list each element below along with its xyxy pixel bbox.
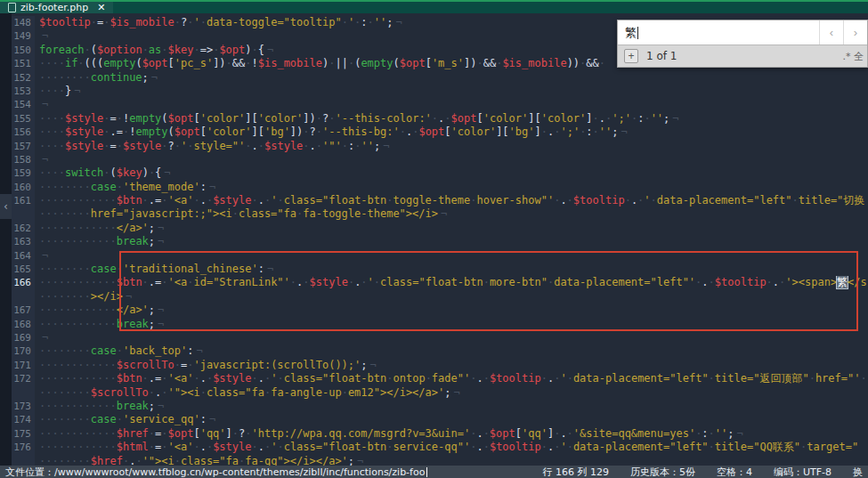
whitespace-dots: · <box>193 44 199 56</box>
code-line-173[interactable]: 173············break;¬ <box>12 400 868 413</box>
code-line-164[interactable]: 164¬ <box>12 249 868 263</box>
code-line-163[interactable]: 163············break;¬ <box>12 235 868 248</box>
line-number[interactable]: 173 <box>12 400 35 413</box>
line-number[interactable]: 150 <box>12 44 35 57</box>
line-number[interactable]: 172 <box>12 372 35 385</box>
code-line-wrap[interactable]: ········href="javascript:;"><i·class="fa… <box>12 207 868 221</box>
line-number[interactable]: 176 <box>12 441 35 454</box>
code-line-162[interactable]: 162············</a>';¬ <box>12 222 868 235</box>
line-number[interactable]: 174 <box>12 413 35 426</box>
code-line-172[interactable]: 172············$btn·.=·'<a'·.·$style·.·'… <box>12 372 868 385</box>
code-token: '<a' <box>168 194 194 207</box>
code-token: '<a <box>168 276 188 288</box>
code-line-157[interactable]: 157····$style·=·$style·?·'·style="'·.·$s… <box>12 140 868 153</box>
whitespace-dots: · <box>483 372 490 385</box>
status-encoding[interactable]: 编码：UTF-8 <box>774 466 831 478</box>
whitespace-dots: · <box>644 112 650 125</box>
whitespace-dots: · <box>161 441 167 453</box>
line-number[interactable]: 149 <box>12 29 35 43</box>
line-number[interactable]: 169 <box>12 331 35 344</box>
search-options-toggles[interactable]: .* 全 <box>843 50 864 63</box>
line-number[interactable]: 158 <box>12 153 35 166</box>
status-cursor-position[interactable]: 行 166 列 129 <box>542 466 608 478</box>
code-line-153[interactable]: 153····}¬ <box>12 85 868 98</box>
tab-zib-footer-php[interactable]: zib-footer.php ✕ <box>0 2 113 13</box>
search-input[interactable]: 繁 <box>618 20 819 45</box>
whitespace-dots: · <box>91 16 97 28</box>
code-token: fa-toggle-theme"></i> <box>303 207 438 220</box>
code-line-wrap[interactable]: ········></i>¬ <box>12 290 868 304</box>
line-number[interactable]: 154 <box>12 98 35 111</box>
whitespace-dots: · <box>593 112 599 125</box>
code-token: ; <box>374 140 380 152</box>
code-line-152[interactable]: 152········continue;¬ <box>12 71 868 85</box>
code-line-168[interactable]: 168············break;¬ <box>12 318 868 331</box>
whitespace-dots: · <box>142 372 149 385</box>
line-number[interactable]: 168 <box>12 318 35 331</box>
code-token: ' <box>644 194 650 207</box>
line-number[interactable]: 151 <box>12 57 35 70</box>
code-line-165[interactable]: 165········case·'traditional_chinese':¬ <box>12 263 868 276</box>
whitespace-dots: · <box>432 112 438 125</box>
code-line-wrap[interactable]: ········$href·.·'"><i·class="fa·fa-qq"><… <box>12 455 868 466</box>
code-line-156[interactable]: 156····$style·.=·!empty($opt['color']['b… <box>12 126 868 139</box>
status-indent-spaces[interactable]: 空格：4 <box>717 466 752 478</box>
search-add-button[interactable]: + <box>624 49 638 63</box>
line-number[interactable]: 162 <box>12 222 35 235</box>
code-token: class="float-btn <box>284 441 387 453</box>
code-line-170[interactable]: 170········case·'back_top':¬ <box>12 344 868 358</box>
code-token: 'traditional_chinese' <box>123 263 258 275</box>
code-line-154[interactable]: 154¬ <box>12 98 868 111</box>
code-line-174[interactable]: 174········case·'service_qq':¬ <box>12 413 868 426</box>
code-line-160[interactable]: 160········case·'theme_mode':¬ <box>12 181 868 194</box>
line-number[interactable]: 152 <box>12 71 35 85</box>
code-token: 'theme_mode' <box>123 181 200 193</box>
code-line-158[interactable]: 158¬ <box>12 153 868 166</box>
whitespace-dots: · <box>593 126 599 138</box>
line-number[interactable]: 171 <box>12 359 35 372</box>
line-number[interactable]: 157 <box>12 140 35 153</box>
code-line-171[interactable]: 171············$scrollTo·=·'javascript:(… <box>12 359 868 372</box>
code-line-176[interactable]: 176············$html·=·'<a'·.·$style·.·'… <box>12 441 868 454</box>
code-line-155[interactable]: 155····$style·=·!empty($opt['color']['co… <box>12 112 868 126</box>
line-number[interactable]: 159 <box>12 166 35 180</box>
code-token: em12"></i></a>' <box>348 386 444 399</box>
search-prev-button[interactable]: ‹ <box>819 20 843 45</box>
code-token: data-placement="left" <box>573 441 709 453</box>
line-number[interactable]: 164 <box>12 249 35 263</box>
line-number[interactable] <box>12 455 35 466</box>
line-number[interactable] <box>12 290 35 304</box>
line-number[interactable]: 155 <box>12 112 35 126</box>
code-line-169[interactable]: 169¬ <box>12 331 868 344</box>
line-number[interactable]: 163 <box>12 235 35 248</box>
line-number[interactable] <box>12 207 35 221</box>
line-number[interactable]: 167 <box>12 304 35 317</box>
code-line-159[interactable]: 159····switch·($key)·{¬ <box>12 166 868 180</box>
search-next-button[interactable]: › <box>843 20 867 45</box>
whitespace-dots: · <box>342 16 348 28</box>
line-number[interactable]: 175 <box>12 427 35 441</box>
line-number[interactable]: 161 <box>12 194 35 207</box>
status-history-versions[interactable]: 历史版本：5份 <box>630 466 695 478</box>
line-number[interactable]: 165 <box>12 263 35 276</box>
line-number[interactable] <box>12 386 35 400</box>
code-line-161[interactable]: 161············$btn·.=·'<a'·.·$style·.·'… <box>12 194 868 207</box>
line-number[interactable]: 156 <box>12 126 35 139</box>
code-line-166[interactable]: 166············$btn·.=·'<a·id="StranLink… <box>12 276 868 289</box>
code-line-167[interactable]: 167············</a>';¬ <box>12 304 868 317</box>
sidebar-collapse-chevron-icon[interactable]: ‹ <box>0 194 12 219</box>
code-line-wrap[interactable]: ········$scrollTo·.·'"><i·class="fa·fa-a… <box>12 386 868 400</box>
status-line-ending[interactable]: 换 <box>853 466 863 478</box>
code-line-175[interactable]: 175············$href·=·$opt['qq']·?·'htt… <box>12 427 868 441</box>
tab-close-icon[interactable]: ✕ <box>97 2 105 13</box>
line-number[interactable]: 166 <box>12 276 35 289</box>
code-text: ············$scrollTo·=·'javascript:(scr… <box>35 359 868 372</box>
line-number[interactable]: 170 <box>12 344 35 358</box>
line-number[interactable]: 153 <box>12 85 35 98</box>
line-number[interactable]: 160 <box>12 181 35 194</box>
eol-mark: ¬ <box>158 235 164 247</box>
line-number[interactable]: 148 <box>12 16 35 29</box>
code-editor[interactable]: 148$tooltip·=·$is_mobile·?·'·data-toggle… <box>12 13 868 466</box>
whitespace-dots: ···· <box>39 85 65 97</box>
code-token: '' <box>715 427 727 440</box>
